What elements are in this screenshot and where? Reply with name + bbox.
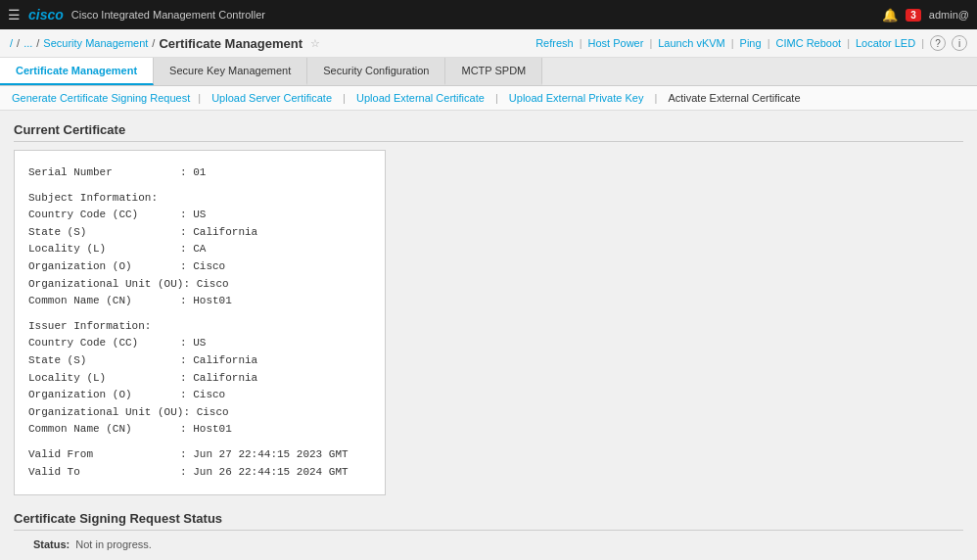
cert-value-state-i: : California xyxy=(180,352,257,370)
cert-row-valid-from: Valid From : Jun 27 22:44:15 2023 GMT xyxy=(28,446,371,464)
cert-row-cn-subject: Common Name (CN) : Host01 xyxy=(28,293,371,310)
refresh-link[interactable]: Refresh xyxy=(535,37,574,49)
cert-value-ou-i: : Cisco xyxy=(183,404,228,422)
breadcrumb-bar: / / ... / Security Management / Certific… xyxy=(0,29,977,58)
cert-row-issuer-header: Issuer Information: xyxy=(28,318,371,336)
certificate-box: Serial Number : 01 Subject Information: … xyxy=(14,150,386,495)
cert-row-locality-subject: Locality (L) : CA xyxy=(28,241,371,258)
cert-label-state-i: State (S) xyxy=(28,352,180,370)
info-icon[interactable]: i xyxy=(952,35,967,51)
cert-value-serial: : 01 xyxy=(180,164,206,182)
cert-label-cc-s: Country Code (CC) xyxy=(28,207,180,224)
cert-value-valid-from: : Jun 27 22:44:15 2023 GMT xyxy=(180,446,349,464)
cisco-logo-text: cisco xyxy=(28,7,64,23)
cimc-reboot-link[interactable]: CIMC Reboot xyxy=(775,37,841,49)
subnav-activate-external-cert: Activate External Certificate xyxy=(668,92,800,104)
cert-row-state-subject: State (S) : California xyxy=(28,224,371,242)
breadcrumb-current: Certificate Management xyxy=(159,36,302,51)
host-power-link[interactable]: Host Power xyxy=(588,37,644,49)
cert-label-org-s: Organization (O) xyxy=(28,258,180,276)
notification-badge[interactable]: 3 xyxy=(906,9,921,22)
cert-row-cc-issuer: Country Code (CC) : US xyxy=(28,335,371,352)
cert-label-state-s: State (S) xyxy=(28,224,180,242)
cert-label-ou-i: Organizational Unit (OU) xyxy=(28,404,183,422)
cert-row-org-issuer: Organization (O) : Cisco xyxy=(28,387,371,404)
navbar-right: 🔔 3 admin@ xyxy=(882,8,969,23)
cert-row-valid-to: Valid To : Jun 26 22:44:15 2024 GMT xyxy=(28,464,371,482)
main-content: Current Certificate Serial Number : 01 S… xyxy=(0,111,977,560)
cert-value-state-s: : California xyxy=(180,224,257,242)
cert-row-ou-issuer: Organizational Unit (OU) : Cisco xyxy=(28,404,371,422)
help-icon[interactable]: ? xyxy=(930,35,946,51)
cisco-logo: cisco xyxy=(28,7,64,23)
cert-label-valid-to: Valid To xyxy=(28,464,180,482)
tab-secure-key-management[interactable]: Secure Key Management xyxy=(154,58,307,85)
csr-section-title: Certificate Signing Request Status xyxy=(14,511,963,531)
navbar: ☰ cisco Cisco Integrated Management Cont… xyxy=(0,0,977,29)
current-certificate-title: Current Certificate xyxy=(14,122,963,142)
menu-icon[interactable]: ☰ xyxy=(8,7,21,23)
breadcrumb-sep1: / xyxy=(17,37,20,49)
breadcrumb-sep2: / xyxy=(36,37,39,49)
cert-value-locality-s: : CA xyxy=(180,241,206,258)
csr-section: Certificate Signing Request Status Statu… xyxy=(14,511,963,550)
status-label: Status: xyxy=(33,538,70,550)
action-links: Refresh | Host Power | Launch vKVM | Pin… xyxy=(535,35,967,51)
subnav-generate-csr[interactable]: Generate Certificate Signing Request xyxy=(12,92,198,104)
cert-value-org-i: : Cisco xyxy=(180,387,225,404)
status-row: Status: Not in progress. xyxy=(33,538,963,550)
breadcrumb-ellipsis[interactable]: ... xyxy=(23,37,32,49)
tab-mctp-spdm[interactable]: MCTP SPDM xyxy=(445,58,542,85)
cert-row-subject-header: Subject Information: xyxy=(28,190,371,208)
cert-label-subject: Subject Information: xyxy=(28,190,180,208)
cert-label-serial: Serial Number xyxy=(28,164,180,182)
cert-label-issuer: Issuer Information: xyxy=(28,318,180,336)
cert-value-cn-i: : Host01 xyxy=(180,421,232,439)
cert-label-ou-s: Organizational Unit (OU) xyxy=(28,276,183,294)
cert-row-ou-subject: Organizational Unit (OU) : Cisco xyxy=(28,276,371,294)
tab-security-configuration[interactable]: Security Configuration xyxy=(307,58,445,85)
subnav-upload-external-cert[interactable]: Upload External Certificate xyxy=(356,92,492,104)
breadcrumb-home[interactable]: / xyxy=(10,37,13,49)
cert-row-locality-issuer: Locality (L) : California xyxy=(28,370,371,388)
cert-value-valid-to: : Jun 26 22:44:15 2024 GMT xyxy=(180,464,349,482)
breadcrumb-parent[interactable]: Security Management xyxy=(43,37,148,49)
cert-label-locality-s: Locality (L) xyxy=(28,241,180,258)
cert-label-locality-i: Locality (L) xyxy=(28,370,180,388)
subnav: Generate Certificate Signing Request | U… xyxy=(0,86,977,111)
cert-label-org-i: Organization (O) xyxy=(28,387,180,404)
tabs-bar: Certificate Management Secure Key Manage… xyxy=(0,58,977,86)
cert-label-cc-i: Country Code (CC) xyxy=(28,335,180,352)
cert-row-cc-subject: Country Code (CC) : US xyxy=(28,207,371,224)
navbar-left: ☰ cisco Cisco Integrated Management Cont… xyxy=(8,7,265,23)
favorite-star[interactable]: ☆ xyxy=(310,37,320,50)
breadcrumb-sep3: / xyxy=(152,37,155,49)
cert-value-org-s: : Cisco xyxy=(180,258,225,276)
subnav-upload-server-cert[interactable]: Upload Server Certificate xyxy=(211,92,340,104)
tab-certificate-management[interactable]: Certificate Management xyxy=(0,58,154,85)
launch-vkvm-link[interactable]: Launch vKVM xyxy=(658,37,724,49)
status-value: Not in progress. xyxy=(75,538,152,550)
breadcrumb: / / ... / Security Management / Certific… xyxy=(10,36,320,51)
navbar-title: Cisco Integrated Management Controller xyxy=(71,9,265,21)
cert-label-cn-s: Common Name (CN) xyxy=(28,293,180,310)
cert-value-ou-s: : Cisco xyxy=(183,276,228,294)
cert-value-locality-i: : California xyxy=(180,370,257,388)
cert-value-cc-s: : US xyxy=(180,207,206,224)
username-display[interactable]: admin@ xyxy=(929,9,969,21)
cert-row-serial: Serial Number : 01 xyxy=(28,164,371,182)
cert-row-org-subject: Organization (O) : Cisco xyxy=(28,258,371,276)
cert-row-cn-issuer: Common Name (CN) : Host01 xyxy=(28,421,371,439)
cert-value-cn-s: : Host01 xyxy=(180,293,232,310)
cert-value-cc-i: : US xyxy=(180,335,206,352)
cert-label-cn-i: Common Name (CN) xyxy=(28,421,180,439)
bell-icon: 🔔 xyxy=(882,8,898,23)
cert-label-valid-from: Valid From xyxy=(28,446,180,464)
ping-link[interactable]: Ping xyxy=(740,37,762,49)
locator-led-link[interactable]: Locator LED xyxy=(856,37,915,49)
subnav-upload-external-key[interactable]: Upload External Private Key xyxy=(509,92,652,104)
cert-row-state-issuer: State (S) : California xyxy=(28,352,371,370)
